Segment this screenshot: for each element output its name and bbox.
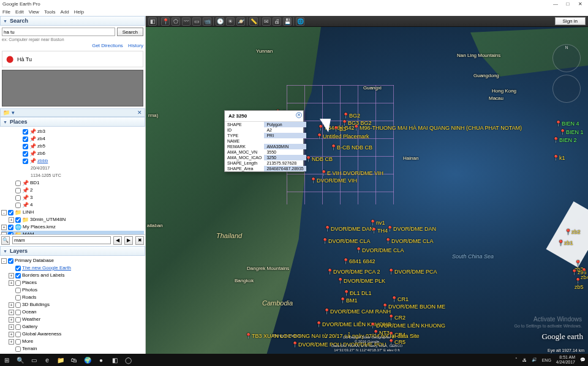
layers-item[interactable]: Roads xyxy=(1,294,144,301)
path-button[interactable]: 〰 xyxy=(182,17,190,26)
ruler-button[interactable]: 📏 xyxy=(249,17,258,26)
layers-item[interactable]: +Weather xyxy=(1,316,144,323)
places-item[interactable]: 📌2 xyxy=(1,187,144,194)
image-overlay-button[interactable]: ▭ xyxy=(192,17,201,26)
menu-file[interactable]: File xyxy=(2,9,10,16)
view-maps-button[interactable]: 🌐 xyxy=(296,17,304,26)
layers-checkbox[interactable] xyxy=(15,317,21,323)
ge-taskbar-icon[interactable]: 🌍 xyxy=(83,356,92,364)
planet-button[interactable]: 🪐 xyxy=(236,17,245,26)
search-places-icon[interactable]: 🔍 xyxy=(1,236,10,245)
layers-checkbox[interactable] xyxy=(15,288,21,293)
places-checkbox[interactable] xyxy=(15,181,21,186)
search-panel-header[interactable]: Search xyxy=(0,16,145,26)
layers-item[interactable]: +More xyxy=(1,338,144,345)
app-icon[interactable]: ● xyxy=(97,356,105,364)
lang-indicator[interactable]: ENG xyxy=(542,358,551,362)
layers-item[interactable]: +3D Buildings xyxy=(1,301,144,308)
places-checkbox[interactable] xyxy=(8,225,13,230)
layers-checkbox[interactable] xyxy=(15,346,21,352)
expand-toggle[interactable]: + xyxy=(9,339,14,345)
expand-toggle[interactable]: - xyxy=(1,210,7,215)
record-tour-button[interactable]: 📹 xyxy=(203,17,211,26)
next-button[interactable]: ▶ xyxy=(124,236,133,245)
expand-toggle[interactable]: + xyxy=(9,273,14,278)
hide-sidebar-button[interactable]: ◧ xyxy=(148,17,157,26)
places-checkbox[interactable] xyxy=(23,151,28,157)
email-button[interactable]: ✉ xyxy=(262,17,271,26)
layers-checkbox[interactable] xyxy=(15,266,21,271)
places-filter-input[interactable] xyxy=(12,236,111,244)
map-viewport[interactable]: ◧ 📍 ⬠ 〰 ▭ 📹 🕒 ☀ 🪐 📏 ✉ 🖨 💾 🌐 Sign in xyxy=(146,16,588,354)
layers-item[interactable]: -Primary Database xyxy=(1,257,144,264)
layers-checkbox[interactable] xyxy=(15,273,21,278)
layers-checkbox[interactable] xyxy=(15,332,21,337)
layers-checkbox[interactable] xyxy=(8,258,13,264)
get-directions-link[interactable]: Get Directions xyxy=(92,43,123,48)
polygon-button[interactable]: ⬠ xyxy=(172,17,180,26)
explorer-icon[interactable]: 📁 xyxy=(56,356,65,364)
prev-button[interactable]: ◀ xyxy=(113,236,122,245)
places-item[interactable]: 📌zb5 xyxy=(1,143,144,150)
expand-toggle[interactable]: + xyxy=(9,302,14,308)
layers-checkbox[interactable] xyxy=(15,302,21,308)
places-item[interactable]: 📌zbbb xyxy=(1,157,144,165)
close-button[interactable]: ✕ xyxy=(577,0,583,9)
layers-checkbox[interactable] xyxy=(15,324,21,330)
expand-toggle[interactable]: + xyxy=(9,324,14,330)
search-result[interactable]: ⬤ Hà Tu xyxy=(2,51,143,67)
places-item[interactable]: +📁30min_UTM48N xyxy=(1,216,144,223)
map-canvas[interactable]: A2 3250 ✕ SHAPEPolygonIDA2TYPEPRINAMEREM… xyxy=(146,27,588,354)
places-checkbox[interactable] xyxy=(15,195,21,201)
history-link[interactable]: History xyxy=(128,43,143,48)
places-item[interactable]: 📌4 xyxy=(1,201,144,209)
sunlight-button[interactable]: ☀ xyxy=(226,17,235,26)
print-button[interactable]: 🖨 xyxy=(273,17,281,26)
app2-icon[interactable]: ◧ xyxy=(110,356,119,364)
close-icon[interactable]: ✕ xyxy=(137,110,142,116)
places-item[interactable]: 📌zb4 xyxy=(1,135,144,143)
clock-time[interactable]: 8:51 AM xyxy=(556,355,575,360)
save-image-button[interactable]: 💾 xyxy=(283,17,292,26)
layers-item[interactable]: +Ocean xyxy=(1,308,144,316)
balloon-close-icon[interactable]: ✕ xyxy=(296,112,302,118)
store-icon[interactable]: 🛍 xyxy=(70,356,78,364)
chrome-icon[interactable]: ◯ xyxy=(124,356,132,364)
layers-item[interactable]: +Gallery xyxy=(1,323,144,331)
menu-add[interactable]: Add xyxy=(61,9,69,16)
minimize-button[interactable]: — xyxy=(552,0,559,9)
places-checkbox[interactable] xyxy=(23,129,28,135)
volume-icon[interactable]: 🔊 xyxy=(532,357,537,362)
menu-view[interactable]: View xyxy=(29,9,39,16)
layers-item[interactable]: Terrain xyxy=(1,345,144,353)
layers-item[interactable]: +Places xyxy=(1,279,144,286)
places-item[interactable]: 📌zb3 xyxy=(1,128,144,135)
network-icon[interactable]: 🖧 xyxy=(522,358,527,362)
notifications-icon[interactable]: 💬 xyxy=(580,357,586,362)
places-checkbox[interactable] xyxy=(23,136,28,142)
placemark-button[interactable]: 📍 xyxy=(161,17,170,26)
layers-checkbox[interactable] xyxy=(15,310,21,315)
places-checkbox[interactable] xyxy=(15,217,21,223)
menu-edit[interactable]: Edit xyxy=(15,9,24,16)
layers-checkbox[interactable] xyxy=(15,295,21,301)
places-item[interactable]: -📁LINH xyxy=(1,209,144,216)
search-input[interactable] xyxy=(2,28,115,36)
maximize-button[interactable]: □ xyxy=(565,0,571,9)
search-taskbar-icon[interactable]: 🔍 xyxy=(16,356,24,364)
clear-button[interactable]: ✖ xyxy=(135,236,144,245)
signin-button[interactable]: Sign in xyxy=(555,17,586,25)
edge-icon[interactable]: e xyxy=(43,356,51,364)
tray-up-icon[interactable]: ˄ xyxy=(515,357,518,362)
places-item[interactable]: +🌐My Places.kmz xyxy=(1,223,144,231)
file-bar[interactable]: 📁 ▾ ✕ xyxy=(0,108,145,117)
layers-panel-header[interactable]: Layers xyxy=(0,246,145,256)
places-item[interactable]: 📌BD1 xyxy=(1,179,144,187)
places-checkbox[interactable] xyxy=(23,159,28,164)
layers-item[interactable]: Photos xyxy=(1,286,144,294)
expand-toggle[interactable]: + xyxy=(9,280,14,286)
expand-toggle[interactable]: + xyxy=(9,217,14,223)
expand-toggle[interactable]: + xyxy=(9,310,14,315)
expand-toggle[interactable]: + xyxy=(9,317,14,323)
places-checkbox[interactable] xyxy=(15,188,21,193)
